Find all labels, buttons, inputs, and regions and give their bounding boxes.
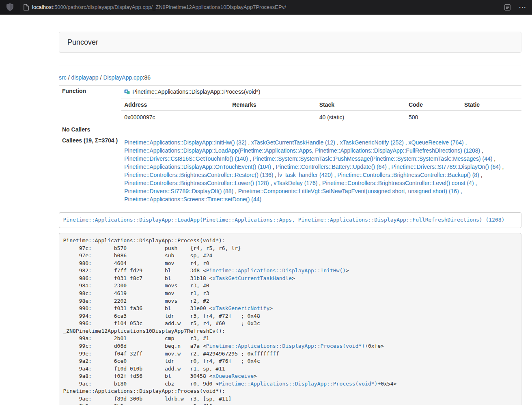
- breadcrumb-link-src[interactable]: src: [59, 74, 67, 81]
- asm-text: 99a: 2b01 cmp r3, #1: [63, 335, 209, 341]
- callee-separator: ,: [387, 164, 392, 170]
- topbar-actions: ⋯: [504, 3, 532, 11]
- callee-separator: ,: [474, 180, 477, 186]
- callee-link[interactable]: xTaskGetCurrentTaskHandle (12): [251, 139, 335, 146]
- asm-line: 9a2: 6ce0 ldr r0, [r4, #76] ; 0x4c: [63, 358, 517, 365]
- disasm-symbol-link[interactable]: xTaskGenericNotify: [212, 305, 269, 311]
- asm-line: 99e: f04f 32ff mov.w r2, #4294967295 ; 0…: [63, 350, 517, 358]
- callee-link[interactable]: xQueueReceive (764): [409, 139, 464, 146]
- callee-separator: ,: [459, 188, 462, 194]
- stats-header-row: Address Remarks Stack Code Static: [121, 99, 521, 111]
- function-table: Function Pinetime::Applications::Display…: [59, 85, 521, 207]
- function-stats-row: Address Remarks Stack Code Static 0x0000…: [59, 99, 521, 124]
- asm-text: 9b2: 2b3c cmp r3, #10: [63, 403, 213, 405]
- callees-row: Callees (19, Σ=3704 ) Pinetime::Applicat…: [59, 135, 521, 207]
- asm-text: Pinetime::Applications::DisplayApp::Proc…: [63, 237, 225, 243]
- disasm-symbol-link[interactable]: xTaskGetCurrentTaskHandle: [212, 275, 292, 281]
- asm-text: 9ac: b180 cbz r0, 9d0 <: [63, 381, 219, 387]
- callee-separator: ,: [335, 139, 340, 146]
- breadcrumb-link-file[interactable]: DisplayApp.cpp: [103, 74, 142, 81]
- callee-link[interactable]: vTaskDelay (176): [274, 180, 317, 186]
- disasm-symbol-link[interactable]: Pinetime::Applications::DisplayApp::Proc…: [206, 343, 365, 349]
- overflow-menu-icon[interactable]: ⋯: [519, 3, 526, 11]
- callee-link[interactable]: Pinetime::Applications::DisplayApp::OnTo…: [124, 164, 271, 170]
- disasm-symbol-link[interactable]: xQueueReceive: [212, 373, 254, 379]
- reader-view-icon[interactable]: [504, 4, 510, 11]
- callee-link[interactable]: xTaskGenericNotify (252): [340, 139, 404, 146]
- callee-separator: ,: [269, 180, 274, 186]
- asm-text: 9a4: f10d 010b add.w r1, sp, #11: [63, 366, 225, 372]
- asm-text: +0xfe>: [365, 343, 384, 349]
- disassembly-pre: Pinetime::Applications::DisplayApp::Proc…: [59, 233, 521, 405]
- asm-line: 990: f031 fa36 bl 31e00 <xTaskGenericNot…: [63, 305, 517, 312]
- page-title: Puncover: [67, 38, 513, 46]
- callee-link[interactable]: Pinetime::Applications::DisplayApp::Init…: [124, 139, 246, 146]
- function-stats-table: Address Remarks Stack Code Static 0x0000…: [121, 99, 521, 124]
- breadcrumb-line-number: :86: [143, 74, 151, 81]
- code-value: 500: [405, 111, 461, 124]
- asm-text: >: [346, 267, 349, 274]
- no-callers-label: No Callers: [59, 124, 121, 135]
- callee-link[interactable]: Pinetime::Applications::Screens::Timer::…: [124, 196, 261, 202]
- callee-link[interactable]: Pinetime::Controllers::BrightnessControl…: [322, 180, 474, 186]
- callee-link[interactable]: Pinetime::Drivers::St7789::DisplayOff() …: [124, 188, 233, 194]
- asm-line: 98c: 4619 mov r1, r3: [63, 290, 517, 297]
- asm-text: 97c: b570 push {r4, r5, r6, lr}: [63, 245, 241, 251]
- callee-separator: ,: [271, 164, 276, 170]
- selected-callee-link[interactable]: Pinetime::Applications::DisplayApp::Load…: [63, 217, 505, 223]
- asm-line: 9ae: f89d 300b ldrb.w r3, [sp, #11]: [63, 395, 517, 403]
- callee-link[interactable]: lv_task_handler (420): [278, 172, 333, 178]
- disasm-symbol-link[interactable]: Pinetime::Applications::DisplayApp::Proc…: [219, 381, 377, 387]
- asm-text: 994: 6ca3 ldr r3, [r4, #72] ; 0x48: [63, 313, 260, 319]
- function-icon: [124, 88, 130, 97]
- callee-separator: ,: [464, 139, 467, 146]
- asm-text: 980: 4604 mov r4, r0: [63, 260, 209, 266]
- disasm-symbol-link[interactable]: Pinetime::Applications::DisplayApp::Init…: [206, 267, 346, 274]
- asm-line: Pinetime::Applications::DisplayApp::Proc…: [63, 237, 517, 245]
- callees-label: Callees (19, Σ=3704 ): [59, 135, 121, 207]
- asm-line: 986: f031 f8c7 bl 31b18 <xTaskGetCurrent…: [63, 275, 517, 282]
- callee-link[interactable]: Pinetime::Controllers::BrightnessControl…: [337, 172, 479, 178]
- function-label: Function: [59, 86, 121, 99]
- asm-line: 98a: 2300 movs r3, #0: [63, 282, 517, 290]
- callee-link[interactable]: Pinetime::System::SystemTask::PushMessag…: [253, 155, 493, 162]
- callee-separator: ,: [233, 188, 238, 194]
- asm-line: 98e: 2202 movs r2, #2: [63, 297, 517, 305]
- asm-text: Pinetime::Applications::DisplayApp::Proc…: [63, 388, 225, 394]
- browser-shield-button[interactable]: [0, 0, 20, 14]
- breadcrumb-link-displayapp[interactable]: displayapp: [71, 74, 99, 81]
- url-bar[interactable]: localhost:5000/path/src/displayapp/Displ…: [32, 4, 286, 10]
- asm-text: >: [254, 373, 257, 379]
- callee-separator: ,: [404, 139, 409, 146]
- remarks-value: [229, 111, 316, 124]
- browser-topbar: localhost:5000/path/src/displayapp/Displ…: [0, 0, 532, 15]
- asm-line: 994: 6ca3 ldr r3, [r4, #72] ; 0x48: [63, 312, 517, 320]
- asm-text: 98a: 2300 movs r3, #0: [63, 282, 209, 289]
- callee-link[interactable]: Pinetime::Controllers::BrightnessControl…: [124, 180, 269, 186]
- breadcrumb-separator: /: [67, 74, 71, 81]
- asm-text: >: [269, 305, 273, 311]
- asm-text: 97e: b086 sub sp, #24: [63, 252, 213, 259]
- asm-text: 9a2: 6ce0 ldr r0, [r4, #76] ; 0x4c: [63, 358, 260, 364]
- callee-link[interactable]: Pinetime::Controllers::Battery::Update()…: [276, 164, 387, 170]
- asm-line: 9a8: f02f fd56 bl 30458 <xQueueReceive>: [63, 373, 517, 380]
- callee-link[interactable]: Pinetime::Components::LittleVgl::SetNewT…: [238, 188, 459, 194]
- breadcrumb: src/displayapp/DisplayApp.cpp:86: [59, 73, 521, 82]
- asm-text: 9a8: f02f fd56 bl 30458 <: [63, 373, 213, 379]
- callee-separator: ,: [501, 164, 504, 170]
- callee-link[interactable]: Pinetime::Drivers::Cst816S::GetTouchInfo…: [124, 155, 248, 162]
- asm-line: 996: f104 053c add.w r5, r4, #60 ; 0x3c: [63, 320, 517, 327]
- callee-link[interactable]: Pinetime::Controllers::BrightnessControl…: [124, 172, 273, 178]
- callee-link[interactable]: Pinetime::Drivers::St7789::DisplayOn() (…: [392, 164, 501, 170]
- callee-separator: ,: [273, 172, 278, 178]
- asm-text: +0x54>: [377, 381, 396, 387]
- column-stack: Stack: [316, 99, 405, 111]
- callee-link[interactable]: Pinetime::Applications::DisplayApp::Load…: [124, 147, 480, 154]
- asm-line: _ZN8Pinetime12Applications10DisplayApp7R…: [63, 327, 517, 335]
- asm-text: 99c: d06d beq.n a7a <: [63, 343, 206, 349]
- asm-line: 9a4: f10d 010b add.w r1, sp, #11: [63, 365, 517, 373]
- asm-line: 97e: b086 sub sp, #24: [63, 252, 517, 260]
- function-row: Function Pinetime::Applications::Display…: [59, 86, 521, 99]
- callees-list: Pinetime::Applications::DisplayApp::Init…: [121, 135, 521, 207]
- page-icon: [24, 4, 29, 11]
